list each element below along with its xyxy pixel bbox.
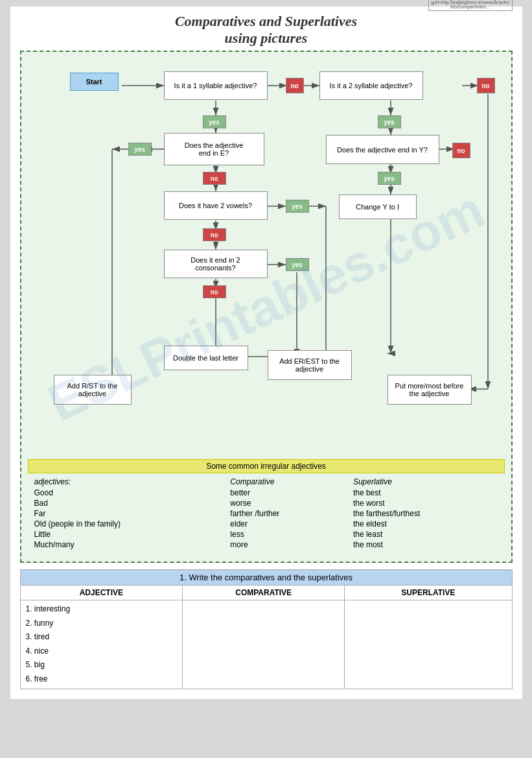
yes-2: yes bbox=[378, 115, 401, 128]
irr-adj-bad: Bad bbox=[28, 498, 224, 508]
exercise-comparative-col[interactable] bbox=[183, 600, 345, 689]
irr-row-much: Much/many more the most bbox=[28, 539, 505, 550]
box-add-erest: Add ER/EST to the adjective bbox=[268, 350, 352, 380]
irr-row-little: Little less the least bbox=[28, 529, 505, 539]
exercise-data-row: 1. interesting 2. funny 3. tired 4. nice… bbox=[21, 600, 512, 689]
irr-row-good: Good better the best bbox=[28, 488, 505, 498]
list-item: 1. interesting bbox=[26, 602, 178, 617]
irregular-section: Some common irregular adjectives adjecti… bbox=[28, 459, 505, 550]
exercise-title: 1. Write the comparatives and the superl… bbox=[21, 570, 512, 586]
page-title-line2: using pictures bbox=[20, 30, 513, 47]
irr-sup-little: the least bbox=[347, 529, 505, 539]
irr-row-old: Old (people in the family) elder the eld… bbox=[28, 519, 505, 529]
no-4: no bbox=[452, 143, 470, 158]
irr-sup-far: the farthest/furthest bbox=[347, 508, 505, 519]
irr-comp-bad: worse bbox=[224, 498, 347, 508]
exercise-superlative-col[interactable] bbox=[345, 600, 512, 689]
irr-row-far: Far farther /further the farthest/furthe… bbox=[28, 508, 505, 519]
list-item: 4. nice bbox=[26, 645, 178, 659]
box-more-most: Put more/most before the adjective bbox=[387, 375, 472, 405]
irr-adj-little: Little bbox=[28, 529, 224, 539]
irr-adj-far: Far bbox=[28, 508, 224, 519]
box-2vowels: Does it have 2 vowels? bbox=[164, 191, 268, 220]
irregular-header: adjectives: Comparative Superlative bbox=[28, 477, 505, 488]
irr-sup-old: the eldest bbox=[347, 519, 505, 529]
list-item: 2. funny bbox=[26, 617, 178, 631]
no-5: no bbox=[203, 228, 226, 241]
exercise-header-comp: COMPARATIVE bbox=[183, 586, 345, 600]
page-title-line1: Comparatives and Superlatives bbox=[20, 13, 513, 30]
box-add-rst: Add R/ST to the adjective bbox=[54, 375, 132, 405]
irr-adj-good: Good bbox=[28, 488, 224, 498]
no-2: no bbox=[477, 78, 495, 93]
box-change-y: Change Y to I bbox=[339, 195, 417, 219]
adjective-list: 1. interesting 2. funny 3. tired 4. nice… bbox=[26, 602, 178, 687]
irr-header-comp: Comparative bbox=[224, 477, 347, 488]
box-1syllable: Is it a 1 syllable adjective? bbox=[164, 71, 268, 100]
start-box: Start bbox=[70, 73, 119, 91]
yes-1: yes bbox=[203, 115, 226, 128]
irr-header-adj: adjectives: bbox=[28, 477, 224, 488]
list-item: 6. free bbox=[26, 672, 178, 687]
irr-row-bad: Bad worse the worst bbox=[28, 498, 505, 508]
flowchart-container: ESLPrintables.com bbox=[20, 51, 513, 563]
irregular-title: Some common irregular adjectives bbox=[28, 459, 505, 473]
yes-3: yes bbox=[128, 143, 152, 156]
flowchart-wrapper: Start Is it a 1 syllable adjective? no I… bbox=[28, 58, 505, 454]
exercise-header-row: ADJECTIVE COMPARATIVE SUPERLATIVE bbox=[21, 586, 512, 600]
no-1: no bbox=[286, 78, 304, 93]
exercise-adjectives-col: 1. interesting 2. funny 3. tired 4. nice… bbox=[21, 600, 183, 689]
irr-adj-old: Old (people in the family) bbox=[28, 519, 224, 529]
irr-comp-good: better bbox=[224, 488, 347, 498]
irr-comp-far: farther /further bbox=[224, 508, 347, 519]
box-end-y: Does the adjective end in Y? bbox=[326, 135, 439, 164]
irr-adj-much: Much/many bbox=[28, 539, 224, 550]
irregular-table: adjectives: Comparative Superlative Good… bbox=[28, 477, 505, 550]
no-6: no bbox=[203, 285, 226, 298]
irr-header-sup: Superlative bbox=[347, 477, 505, 488]
title-area: http://images.google.com.br/imgres?imgur… bbox=[20, 13, 513, 47]
box-end-e: Does the adjectiveend in E? bbox=[164, 133, 264, 165]
no-3: no bbox=[203, 172, 226, 185]
box-double-letter: Double the last letter bbox=[164, 346, 248, 370]
box-2consonants: Does it end in 2consonants? bbox=[164, 250, 268, 278]
exercise-table: ADJECTIVE COMPARATIVE SUPERLATIVE 1. int… bbox=[21, 586, 512, 689]
irr-comp-much: more bbox=[224, 539, 347, 550]
irr-comp-little: less bbox=[224, 529, 347, 539]
yes-4: yes bbox=[378, 172, 401, 185]
exercise-header-adj: ADJECTIVE bbox=[21, 586, 183, 600]
irr-sup-good: the best bbox=[347, 488, 505, 498]
yes-5: yes bbox=[286, 200, 309, 213]
irr-sup-much: the most bbox=[347, 539, 505, 550]
irr-comp-old: elder bbox=[224, 519, 347, 529]
page: http://images.google.com.br/imgres?imgur… bbox=[10, 6, 522, 699]
url-box: http://images.google.com.br/imgres?imgur… bbox=[428, 0, 513, 11]
list-item: 3. tired bbox=[26, 630, 178, 645]
yes-6: yes bbox=[286, 258, 309, 271]
irr-sup-bad: the worst bbox=[347, 498, 505, 508]
box-2syllable: Is it a 2 syllable adjective? bbox=[319, 71, 423, 100]
exercise-section: 1. Write the comparatives and the superl… bbox=[20, 569, 513, 689]
list-item: 5. big bbox=[26, 658, 178, 672]
exercise-header-sup: SUPERLATIVE bbox=[345, 586, 512, 600]
